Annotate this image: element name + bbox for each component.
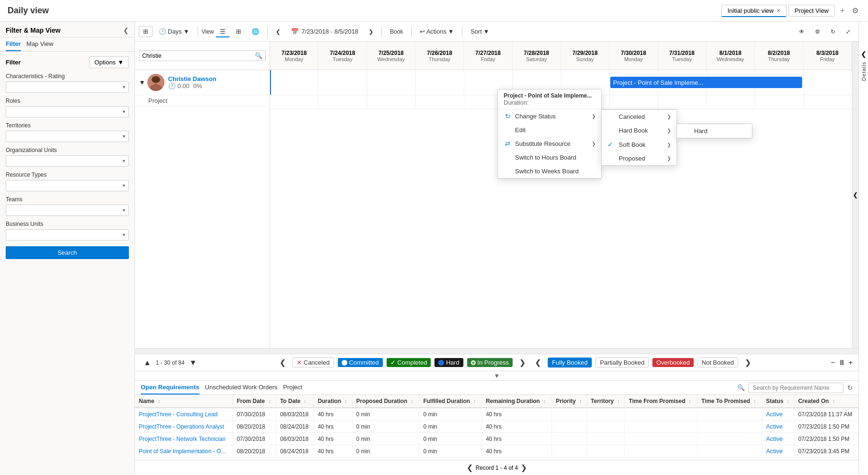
collapse-all-button[interactable]: ▲ bbox=[141, 358, 154, 368]
expand-all-button[interactable]: ▼ bbox=[187, 358, 200, 368]
full-view-toggle-button[interactable]: ⊞ bbox=[139, 26, 153, 37]
canceled-badge[interactable]: ✕ Canceled bbox=[292, 358, 334, 367]
filter-characteristics-select[interactable] bbox=[6, 81, 129, 93]
search-icon[interactable]: 🔍 bbox=[255, 52, 262, 59]
expand-lower-panel-button[interactable]: ▼ bbox=[135, 371, 859, 380]
submenu-soft-book[interactable]: ✓ Soft Book ❯ bbox=[602, 137, 677, 152]
resource-name[interactable]: Christie Dawson bbox=[168, 75, 266, 82]
sort-button[interactable]: Sort ▼ bbox=[466, 26, 494, 37]
col-remaining-duration[interactable]: Remaining Duration ↕ bbox=[482, 395, 552, 408]
prev-record-button[interactable]: ❮ bbox=[464, 462, 476, 473]
filter-roles-select[interactable] bbox=[6, 106, 129, 117]
options-button[interactable]: Options ▼ bbox=[89, 56, 129, 68]
hard-badge[interactable]: Hard bbox=[434, 358, 463, 367]
add-tab-button[interactable]: ＋ bbox=[837, 4, 848, 18]
resource-expand-button[interactable]: ▼ bbox=[139, 79, 145, 86]
context-menu-switch-weeks[interactable]: Switch to Weeks Board bbox=[498, 164, 601, 178]
partially-booked-badge[interactable]: Partially Booked bbox=[596, 358, 649, 367]
req-name-cell[interactable]: ProjectThree - Operations Analyst bbox=[135, 421, 233, 433]
settings-icon-button[interactable]: ⚙ bbox=[850, 4, 860, 17]
zoom-in-button[interactable]: + bbox=[849, 358, 853, 367]
next-date-button[interactable]: ❯ bbox=[364, 27, 378, 37]
committed-badge[interactable]: Committed bbox=[338, 358, 383, 367]
lower-tab-project[interactable]: Project bbox=[283, 381, 302, 394]
visibility-toggle-button[interactable]: 👁 bbox=[795, 27, 809, 37]
status-active-link[interactable]: Active bbox=[766, 423, 783, 430]
col-name[interactable]: Name ↕ bbox=[135, 395, 233, 408]
filter-teams-select[interactable] bbox=[6, 205, 129, 216]
booking-bar-project[interactable]: Project - Point of Sale Impleme... bbox=[610, 77, 802, 88]
sidebar-tab-filter[interactable]: Filter bbox=[6, 37, 21, 51]
sidebar-collapse-button[interactable]: ❮ bbox=[123, 27, 129, 34]
col-proposed-duration[interactable]: Proposed Duration ↕ bbox=[352, 395, 419, 408]
prev-date-button[interactable]: ❮ bbox=[271, 27, 285, 37]
next-booking-button[interactable]: ❯ bbox=[742, 357, 754, 368]
filter-territories-select[interactable] bbox=[6, 131, 129, 142]
search-req-icon[interactable]: 🔍 bbox=[737, 384, 745, 391]
tab-close-initial[interactable]: ✕ bbox=[777, 8, 780, 13]
fully-booked-badge[interactable]: Fully Booked bbox=[548, 358, 592, 367]
fullscreen-button[interactable]: ⤢ bbox=[841, 27, 855, 37]
submenu-hard-book[interactable]: Hard Book ❯ Hard bbox=[602, 124, 677, 137]
col-time-to-promised[interactable]: Time To Promised ↕ bbox=[697, 395, 762, 408]
inprogress-badge[interactable]: In Progress bbox=[467, 358, 513, 367]
horizontal-scrollbar[interactable] bbox=[135, 348, 859, 354]
settings-toolbar-button[interactable]: ⚙ bbox=[811, 27, 824, 37]
search-button[interactable]: Search bbox=[6, 246, 129, 259]
date-picker-button[interactable]: 📅 7/23/2018 - 8/5/2018 bbox=[287, 26, 362, 37]
sidebar-tab-map-view[interactable]: Map View bbox=[27, 37, 54, 51]
col-created-on[interactable]: Created On ↑ bbox=[794, 395, 858, 408]
col-to-date[interactable]: To Date ↕ bbox=[276, 395, 314, 408]
next-page-right-button[interactable]: ❯ bbox=[516, 357, 528, 368]
next-record-button[interactable]: ❯ bbox=[518, 462, 530, 473]
right-collapse-panel[interactable]: ❮ bbox=[852, 42, 859, 348]
details-side-panel[interactable]: ❮ Details bbox=[859, 22, 868, 475]
book-button[interactable]: Book bbox=[386, 27, 407, 37]
col-status[interactable]: Status ↕ bbox=[762, 395, 794, 408]
filter-business-units-select[interactable] bbox=[6, 229, 129, 241]
not-booked-badge[interactable]: Not Booked bbox=[697, 358, 738, 367]
lower-tab-unscheduled-work-orders[interactable]: Unscheduled Work Orders bbox=[205, 381, 278, 394]
date-grid-wrapper[interactable]: 7/23/2018 Monday 7/24/2018 Tuesday 7/25/… bbox=[270, 42, 852, 348]
zoom-out-button[interactable]: − bbox=[831, 358, 835, 367]
refresh-toolbar-button[interactable]: ↻ bbox=[826, 27, 840, 37]
tab-initial-public-view[interactable]: Initial public view ✕ bbox=[721, 5, 787, 17]
col-from-date[interactable]: From Date ↕ bbox=[233, 395, 276, 408]
col-time-from-promised[interactable]: Time From Promised ↕ bbox=[625, 395, 697, 408]
status-active-link[interactable]: Active bbox=[766, 411, 783, 418]
req-name-cell[interactable]: ProjectThree - Network Technician bbox=[135, 433, 233, 445]
details-expand-button[interactable]: ❮ bbox=[861, 50, 867, 58]
refresh-requirements-button[interactable]: ↻ bbox=[847, 384, 853, 392]
col-priority[interactable]: Priority ↕ bbox=[552, 395, 587, 408]
map-view-button[interactable]: 🌐 bbox=[247, 26, 263, 37]
filter-org-units-select[interactable] bbox=[6, 155, 129, 167]
resource-search-input[interactable] bbox=[142, 53, 252, 59]
prev-booking-button[interactable]: ❮ bbox=[532, 357, 544, 368]
context-menu-change-status[interactable]: ↻ Change Status ❯ Canceled ❯ Hard Book ❯ bbox=[498, 109, 601, 123]
completed-badge[interactable]: ✓ Completed bbox=[387, 358, 431, 367]
list-view-button[interactable]: ☰ bbox=[216, 26, 230, 37]
grid-view-button[interactable]: ⊞ bbox=[232, 26, 245, 37]
context-menu[interactable]: Project - Point of Sale Impleme... Durat… bbox=[497, 89, 602, 179]
submenu-proposed[interactable]: Proposed ❯ bbox=[602, 152, 677, 165]
status-active-link[interactable]: Active bbox=[766, 435, 783, 442]
context-menu-edit[interactable]: Edit bbox=[498, 123, 601, 137]
submenu-hard[interactable]: Hard bbox=[677, 124, 752, 138]
days-button[interactable]: 🕐 Days ▼ bbox=[154, 26, 194, 37]
req-name-cell[interactable]: Point of Sale Implementation - O... bbox=[135, 445, 233, 457]
col-fulfilled-duration[interactable]: Fulfilled Duration ↕ bbox=[419, 395, 482, 408]
filter-resource-types-select[interactable] bbox=[6, 180, 129, 191]
col-duration[interactable]: Duration ↕ bbox=[314, 395, 352, 408]
actions-button[interactable]: ↩ Actions ▼ bbox=[416, 26, 459, 37]
status-active-link[interactable]: Active bbox=[766, 448, 783, 455]
submenu-canceled[interactable]: Canceled ❯ bbox=[602, 110, 677, 124]
requirement-search-input[interactable] bbox=[749, 383, 843, 393]
req-name-cell[interactable]: ProjectThree - Consulting Lead bbox=[135, 408, 233, 421]
context-menu-substitute-resource[interactable]: ⇄ Substitute Resource ❯ bbox=[498, 137, 601, 151]
context-menu-switch-hours[interactable]: Switch to Hours Board bbox=[498, 151, 601, 164]
tab-project-view[interactable]: Project View bbox=[788, 5, 835, 17]
pause-button[interactable]: ⏸ bbox=[838, 358, 846, 367]
prev-page-left-button[interactable]: ❮ bbox=[277, 357, 289, 368]
overbooked-badge[interactable]: Overbooked bbox=[652, 358, 694, 367]
col-territory[interactable]: Territory ↕ bbox=[587, 395, 624, 408]
